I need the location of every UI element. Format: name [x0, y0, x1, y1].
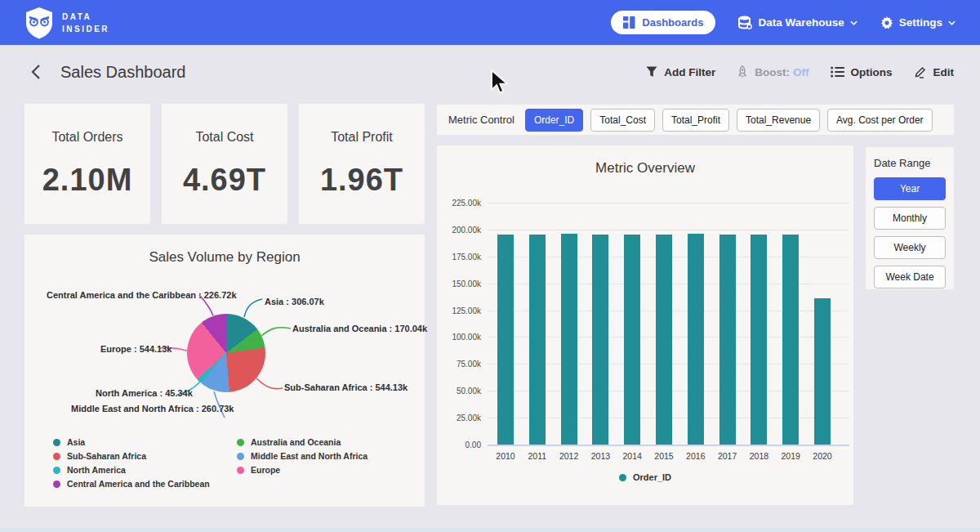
date-range-option-year[interactable]: Year — [874, 177, 946, 200]
brand-line2: INSIDER — [62, 23, 109, 35]
kpi-label: Total Cost — [195, 130, 253, 145]
pie-chart[interactable] — [187, 314, 265, 392]
dashboards-label: Dashboards — [642, 16, 703, 29]
y-axis-tick: 150.00k — [437, 279, 481, 288]
kpi-value: 2.10M — [42, 163, 133, 198]
bar-2017[interactable] — [719, 235, 736, 445]
back-chevron-icon — [31, 64, 41, 80]
bar-2016[interactable] — [688, 234, 704, 445]
metric-option-total-cost[interactable]: Total_Cost — [590, 109, 655, 132]
legend-dot-icon — [53, 481, 60, 488]
metric-option-order-id[interactable]: Order_ID — [525, 109, 583, 132]
pie-legend-column-2: Australia and OceaniaMiddle East and Nor… — [237, 437, 368, 475]
pie-legend-item-europe: Europe — [237, 465, 368, 475]
legend-dot-icon — [237, 453, 244, 460]
add-filter-button[interactable]: Add Filter — [646, 66, 715, 78]
brand-logo: DATA INSIDER — [24, 7, 109, 39]
metric-control-bar: Metric Control Order_IDTotal_CostTotal_P… — [437, 105, 954, 135]
bar-2012[interactable] — [561, 234, 577, 445]
edit-label: Edit — [933, 66, 955, 78]
x-axis-line — [488, 445, 849, 446]
x-axis-tick: 2013 — [584, 451, 617, 461]
date-range-option-weekly[interactable]: Weekly — [874, 236, 946, 259]
y-axis-tick: 175.00k — [437, 253, 481, 262]
bar-2011[interactable] — [529, 235, 546, 445]
bar-2018[interactable] — [751, 235, 767, 445]
metric-option-avg-cost-per-order[interactable]: Avg. Cost per Order — [827, 109, 933, 132]
date-range-option-week-date[interactable]: Week Date — [874, 266, 946, 288]
rocket-icon — [737, 65, 748, 78]
owl-icon — [24, 7, 54, 39]
metric-option-total-revenue[interactable]: Total_Revenue — [737, 109, 820, 132]
bar-2019[interactable] — [782, 235, 799, 445]
bar-legend-label: Order_ID — [633, 472, 671, 482]
chevron-down-icon — [948, 20, 956, 25]
pie-slice-label: Middle East and North Africa : 260.73k — [71, 404, 234, 414]
kpi-value: 1.96T — [320, 163, 403, 198]
bar-2013[interactable] — [592, 235, 608, 445]
y-axis-tick: 25.00k — [437, 414, 481, 422]
chevron-down-icon — [850, 20, 858, 25]
top-navbar: DATA INSIDER Dashboards Data Warehouse — [0, 0, 980, 45]
pie-slice-label: Sub-Saharan Africa : 544.13k — [284, 382, 408, 392]
x-axis-tick: 2015 — [648, 451, 680, 461]
bar-2010[interactable] — [497, 235, 514, 445]
gridline — [488, 230, 849, 230]
edit-button[interactable]: Edit — [914, 65, 955, 78]
y-axis-tick: 0.00 — [437, 440, 481, 449]
legend-dot-icon — [237, 439, 244, 446]
pie-slice-label: Europe : 544.13k — [100, 344, 172, 354]
options-label: Options — [851, 66, 893, 78]
settings-label: Settings — [899, 16, 942, 29]
boost-toggle[interactable]: Boost: Off — [737, 65, 808, 78]
pie-legend-item-australia-and-oceania: Australia and Oceania — [237, 437, 368, 447]
x-axis-tick: 2016 — [679, 451, 712, 461]
kpi-label: Total Profit — [331, 130, 393, 145]
date-range-label: Date Range — [874, 157, 946, 169]
list-icon — [831, 66, 844, 78]
metric-control-label: Metric Control — [448, 114, 514, 126]
add-filter-label: Add Filter — [664, 66, 715, 78]
legend-label: Central America and the Caribbean — [67, 479, 210, 489]
legend-label: Asia — [67, 437, 85, 447]
gear-icon — [880, 16, 893, 29]
y-axis-tick: 100.00k — [437, 333, 481, 342]
pie-slice-label: Asia : 306.07k — [265, 297, 324, 306]
metric-option-total-profit[interactable]: Total_Profit — [662, 109, 729, 132]
dashboards-button[interactable]: Dashboards — [611, 11, 715, 34]
pie-slice-label: North America : 45.34k — [96, 388, 193, 398]
pie-legend-item-middle-east-and-north-africa: Middle East and North Africa — [237, 451, 368, 461]
pie-legend-item-asia: Asia — [53, 437, 210, 447]
kpi-label: Total Orders — [51, 130, 122, 145]
x-axis-tick: 2020 — [806, 451, 839, 461]
settings-menu[interactable]: Settings — [880, 16, 956, 29]
bar-chart-card: Metric Overview 225.00k200.00k175.00k150… — [437, 145, 853, 505]
date-range-option-monthly[interactable]: Monthly — [874, 207, 946, 230]
x-axis-tick: 2019 — [774, 451, 807, 461]
date-range-buttons: YearMonthlyWeeklyWeek Date — [874, 177, 946, 288]
dashboards-grid-icon — [623, 16, 635, 29]
metric-control-buttons: Order_IDTotal_CostTotal_ProfitTotal_Reve… — [525, 109, 933, 132]
pencil-icon — [914, 65, 927, 78]
legend-label: Europe — [251, 465, 280, 475]
boost-value: Off — [793, 66, 809, 78]
bar-2014[interactable] — [624, 235, 640, 445]
legend-dot-icon — [53, 453, 60, 460]
bar-plot-area: 225.00k200.00k175.00k150.00k125.00k100.0… — [437, 145, 853, 505]
kpi-card-total-cost: Total Cost 4.69T — [162, 104, 287, 224]
y-axis-tick: 200.00k — [437, 226, 481, 235]
bottom-strip — [0, 528, 980, 532]
options-button[interactable]: Options — [831, 66, 893, 78]
bar-2015[interactable] — [656, 235, 672, 445]
bar-2020[interactable] — [814, 298, 831, 445]
data-warehouse-menu[interactable]: Data Warehouse — [738, 16, 857, 29]
back-button[interactable] — [26, 62, 46, 82]
pie-slice-label: Australia and Oceania : 170.04k — [292, 324, 427, 333]
pie-slice-label: Central America and the Caribbean : 226.… — [47, 290, 237, 300]
y-axis-tick: 75.00k — [437, 360, 481, 369]
x-axis-tick: 2012 — [553, 451, 586, 461]
page-header: Sales Dashboard Add Filter Boost: Off Op… — [0, 45, 980, 99]
boost-label: Boost: — [755, 66, 790, 78]
legend-dot-icon — [237, 467, 244, 474]
legend-label: Middle East and North Africa — [251, 451, 368, 461]
